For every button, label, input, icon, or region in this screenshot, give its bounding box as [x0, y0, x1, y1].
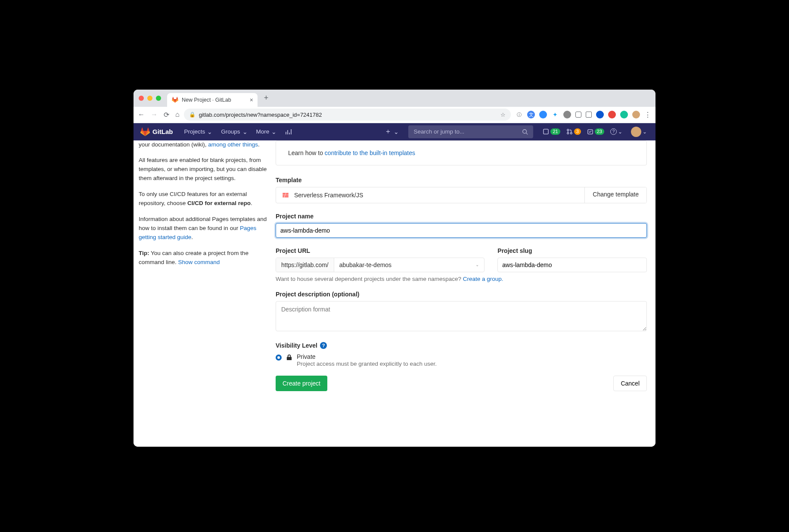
namespace-select[interactable]: abubakar-te-demos ⌄ — [334, 258, 485, 272]
reload-icon[interactable]: ⟳ — [164, 111, 169, 119]
url-text: gitlab.com/projects/new?namespace_id=724… — [199, 112, 322, 118]
namespace-value: abubakar-te-demos — [339, 261, 391, 268]
window-controls — [139, 96, 161, 101]
browser-menu-icon[interactable]: ⋮ — [644, 111, 651, 119]
url-prefix: https://gitlab.com/ — [276, 258, 334, 272]
header-user-menu[interactable]: ⌄ — [627, 126, 649, 138]
pocket-ext-icon[interactable] — [575, 112, 581, 118]
nav-more[interactable]: More⌄ — [253, 126, 280, 138]
chevron-down-icon: ⌄ — [618, 129, 622, 135]
ext-icon[interactable] — [563, 111, 571, 118]
header-merge-requests[interactable]: 3 — [565, 128, 583, 136]
description-label: Project description (optional) — [276, 291, 647, 298]
visibility-private-option[interactable]: Private Project access must be granted e… — [276, 353, 647, 367]
page-content: your documentation (wiki), among other t… — [134, 140, 655, 447]
gitlab-header: GitLab Projects⌄ Groups⌄ More⌄ ＋⌄ Search… — [134, 123, 655, 140]
browser-toolbar: ← → ⟳ ⌂ 🔒 gitlab.com/projects/new?namesp… — [134, 107, 655, 123]
visibility-help-icon[interactable]: ? — [320, 342, 327, 349]
chevron-down-icon: ⌄ — [475, 262, 479, 267]
header-todos[interactable]: 23 — [585, 128, 606, 136]
create-project-button[interactable]: Create project — [276, 376, 327, 391]
project-url-label: Project URL — [276, 247, 485, 254]
home-icon[interactable]: ⌂ — [175, 111, 180, 118]
gitlab-brand-text: GitLab — [152, 128, 173, 135]
profile-avatar-icon[interactable] — [632, 111, 640, 118]
header-issues[interactable]: 21 — [541, 128, 562, 136]
issues-count: 21 — [550, 128, 560, 135]
grammarly-ext-icon[interactable] — [620, 111, 628, 118]
search-icon — [522, 129, 528, 135]
change-template-button[interactable]: Change template — [584, 187, 646, 203]
cancel-button[interactable]: Cancel — [613, 376, 647, 391]
svg-point-0 — [523, 129, 527, 133]
lock-icon — [286, 354, 292, 361]
project-name-input[interactable] — [276, 223, 647, 238]
address-bar[interactable]: 🔒 gitlab.com/projects/new?namespace_id=7… — [184, 109, 511, 121]
create-group-link[interactable]: Create a group. — [463, 276, 503, 282]
template-selector: Serverless Framework/JS Change template — [276, 187, 647, 203]
browser-window: New Project · GitLab × + ← → ⟳ ⌂ 🔒 gitla… — [134, 90, 655, 447]
form-column: Learn how to contribute to the built-in … — [276, 140, 655, 447]
chevron-down-icon: ⌄ — [394, 128, 399, 135]
close-window-icon[interactable] — [139, 96, 144, 101]
chevron-down-icon: ⌄ — [242, 128, 248, 135]
gitlab-favicon-icon — [171, 96, 178, 103]
info-icon[interactable]: ⓘ — [515, 111, 523, 118]
contribute-info-box: Learn how to contribute to the built-in … — [276, 140, 647, 165]
template-label: Template — [276, 177, 647, 184]
mr-count: 3 — [574, 128, 581, 135]
minimize-window-icon[interactable] — [147, 96, 152, 101]
plus-icon: ＋ — [385, 127, 391, 136]
project-slug-input[interactable] — [497, 258, 647, 272]
chevron-down-icon: ⌄ — [643, 129, 647, 135]
star-icon[interactable]: ☆ — [500, 112, 506, 118]
private-title: Private — [297, 353, 437, 360]
nav-plus[interactable]: ＋⌄ — [381, 124, 402, 139]
visibility-label: Visibility Level — [276, 342, 317, 349]
global-search[interactable]: Search or jump to... — [408, 125, 533, 138]
screenshot-frame: New Project · GitLab × + ← → ⟳ ⌂ 🔒 gitla… — [112, 79, 677, 454]
user-avatar-icon — [631, 127, 641, 137]
todo-count: 23 — [595, 128, 604, 135]
search-placeholder: Search or jump to... — [413, 128, 464, 135]
svg-point-4 — [570, 132, 572, 134]
lock-icon: 🔒 — [189, 112, 196, 118]
selected-template: Serverless Framework/JS — [276, 187, 584, 203]
browser-tabstrip: New Project · GitLab × + — [134, 90, 655, 107]
chevron-down-icon: ⌄ — [271, 128, 276, 135]
gitlab-logo[interactable]: GitLab — [140, 127, 173, 137]
maximize-window-icon[interactable] — [156, 96, 161, 101]
description-input[interactable] — [276, 301, 647, 331]
tab-close-icon[interactable]: × — [250, 96, 253, 103]
svg-rect-1 — [544, 129, 548, 134]
among-other-things-link[interactable]: among other things — [208, 141, 258, 148]
nav-groups[interactable]: Groups⌄ — [217, 126, 251, 138]
nav-activity-icon[interactable] — [282, 126, 295, 138]
svg-point-2 — [567, 129, 569, 131]
zoom-ext-icon[interactable] — [539, 111, 547, 118]
header-help[interactable]: ? ⌄ — [609, 128, 624, 136]
back-icon[interactable]: ← — [138, 111, 145, 118]
contribute-templates-link[interactable]: contribute to the built-in templates — [325, 149, 415, 156]
project-slug-label: Project slug — [497, 247, 647, 254]
private-desc: Project access must be granted explicitl… — [297, 361, 437, 367]
new-tab-button[interactable]: + — [260, 92, 272, 104]
browser-tab[interactable]: New Project · GitLab × — [167, 93, 258, 107]
sidebar-help: your documentation (wiki), among other t… — [134, 140, 276, 447]
radio-selected-icon — [276, 355, 282, 361]
help-features-text: All features are enabled for blank proje… — [139, 156, 268, 183]
show-command-link[interactable]: Show command — [178, 259, 220, 265]
twitter-ext-icon[interactable]: ✦ — [551, 111, 559, 118]
chevron-down-icon: ⌄ — [207, 128, 212, 135]
ext-icon-2[interactable] — [586, 112, 592, 118]
ext-icon-3[interactable] — [596, 111, 604, 118]
translate-icon[interactable]: 文 — [527, 111, 535, 118]
template-name-text: Serverless Framework/JS — [294, 192, 363, 199]
project-name-label: Project name — [276, 213, 647, 220]
forward-icon[interactable]: → — [151, 111, 158, 118]
namespace-helper: Want to house several dependent projects… — [276, 276, 647, 282]
help-icon: ? — [610, 128, 617, 135]
nav-projects[interactable]: Projects⌄ — [181, 126, 216, 138]
ext-icon-4[interactable] — [608, 111, 616, 118]
extension-icons: ⓘ 文 ✦ ⋮ — [515, 111, 651, 119]
